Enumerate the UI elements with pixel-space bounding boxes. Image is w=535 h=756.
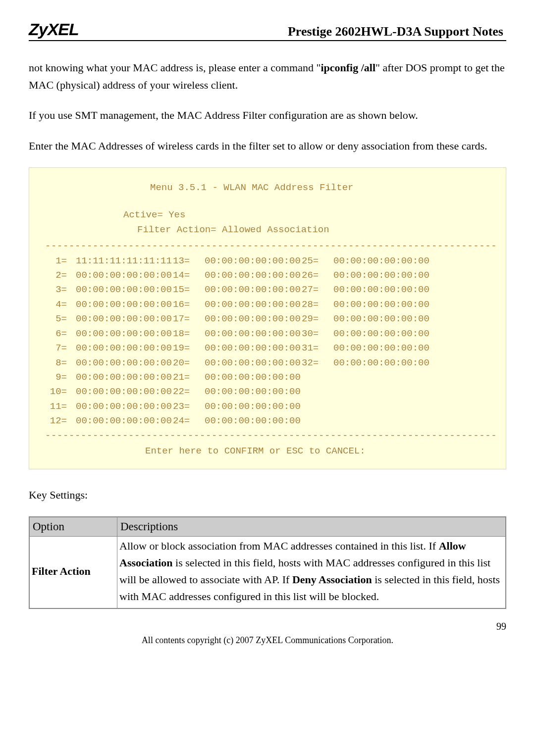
mac-address: 00:00:00:00:00:00 bbox=[76, 298, 173, 312]
terminal-divider: ----------------------------------------… bbox=[39, 239, 496, 253]
mac-index: 15= bbox=[173, 283, 205, 297]
terminal-mac-row: 6=00:00:00:00:00:0018=00:00:00:00:00:003… bbox=[39, 327, 496, 341]
mac-address bbox=[333, 385, 430, 399]
terminal-mac-rows: 1=11:11:11:11:11:1113=00:00:00:00:00:002… bbox=[39, 254, 496, 429]
mac-index bbox=[302, 400, 333, 414]
mac-index: 23= bbox=[173, 400, 205, 414]
mac-address: 00:00:00:00:00:00 bbox=[76, 312, 173, 326]
mac-index bbox=[302, 385, 333, 399]
mac-index: 7= bbox=[41, 341, 76, 355]
copyright-footer: All contents copyright (c) 2007 ZyXEL Co… bbox=[29, 635, 506, 646]
page-header: ZyXEL Prestige 2602HWL-D3A Support Notes bbox=[29, 20, 506, 41]
command-text: ipconfig /all bbox=[321, 61, 375, 74]
mac-address: 00:00:00:00:00:00 bbox=[76, 356, 173, 370]
mac-index: 26= bbox=[302, 268, 333, 283]
term-deny-association: Deny Association bbox=[292, 573, 372, 586]
mac-address: 00:00:00:00:00:00 bbox=[205, 327, 302, 341]
mac-index: 22= bbox=[173, 385, 205, 399]
terminal-divider: ----------------------------------------… bbox=[39, 429, 496, 443]
mac-index bbox=[302, 370, 333, 385]
mac-address: 00:00:00:00:00:00 bbox=[333, 327, 430, 341]
table-header-row: Option Descriptions bbox=[30, 517, 506, 536]
mac-address: 00:00:00:00:00:00 bbox=[333, 341, 430, 355]
terminal-mac-row: 7=00:00:00:00:00:0019=00:00:00:00:00:003… bbox=[39, 341, 496, 355]
mac-index: 27= bbox=[302, 283, 333, 297]
mac-address: 00:00:00:00:00:00 bbox=[76, 385, 173, 399]
page-number: 99 bbox=[29, 621, 506, 632]
mac-address: 00:00:00:00:00:00 bbox=[76, 414, 173, 428]
brand-logo: ZyXEL bbox=[29, 20, 79, 39]
mac-address: 00:00:00:00:00:00 bbox=[333, 268, 430, 283]
mac-index: 28= bbox=[302, 298, 333, 312]
mac-address: 00:00:00:00:00:00 bbox=[333, 312, 430, 326]
options-table: Option Descriptions Filter Action Allow … bbox=[29, 517, 506, 608]
col-option-header: Option bbox=[30, 517, 117, 536]
document-title: Prestige 2602HWL-D3A Support Notes bbox=[288, 24, 506, 39]
terminal-mac-row: 4=00:00:00:00:00:0016=00:00:00:00:00:002… bbox=[39, 298, 496, 312]
mac-index: 31= bbox=[302, 341, 333, 355]
mac-address: 00:00:00:00:00:00 bbox=[205, 356, 302, 370]
mac-address: 00:00:00:00:00:00 bbox=[333, 283, 430, 297]
mac-index: 25= bbox=[302, 254, 333, 268]
mac-index: 20= bbox=[173, 356, 205, 370]
option-name-cell: Filter Action bbox=[30, 536, 117, 608]
document-page: ZyXEL Prestige 2602HWL-D3A Support Notes… bbox=[0, 0, 535, 660]
mac-address: 00:00:00:00:00:00 bbox=[333, 254, 430, 268]
terminal-confirm-line: Enter here to CONFIRM or ESC to CANCEL: bbox=[39, 444, 496, 458]
mac-address: 00:00:00:00:00:00 bbox=[333, 356, 430, 370]
mac-index: 17= bbox=[173, 312, 205, 326]
mac-address: 00:00:00:00:00:00 bbox=[205, 414, 302, 428]
body-paragraph-2: If you use SMT management, the MAC Addre… bbox=[29, 106, 506, 124]
mac-index: 6= bbox=[41, 327, 76, 341]
options-table-wrap: Option Descriptions Filter Action Allow … bbox=[29, 516, 506, 609]
mac-address: 00:00:00:00:00:00 bbox=[76, 370, 173, 385]
mac-index: 8= bbox=[41, 356, 76, 370]
terminal-mac-row: 12=00:00:00:00:00:0024=00:00:00:00:00:00 bbox=[39, 414, 496, 428]
mac-address bbox=[333, 414, 430, 428]
terminal-mac-row: 8=00:00:00:00:00:0020=00:00:00:00:00:003… bbox=[39, 356, 496, 370]
mac-index: 9= bbox=[41, 370, 76, 385]
mac-index bbox=[302, 414, 333, 428]
mac-index: 32= bbox=[302, 356, 333, 370]
mac-index: 10= bbox=[41, 385, 76, 399]
mac-address bbox=[333, 400, 430, 414]
terminal-block: Menu 3.5.1 - WLAN MAC Address Filter Act… bbox=[29, 167, 506, 469]
mac-index: 2= bbox=[41, 268, 76, 283]
mac-address: 00:00:00:00:00:00 bbox=[205, 283, 302, 297]
body-paragraph-3: Enter the MAC Addresses of wireless card… bbox=[29, 137, 506, 154]
mac-address: 00:00:00:00:00:00 bbox=[205, 268, 302, 283]
mac-address: 00:00:00:00:00:00 bbox=[205, 254, 302, 268]
terminal-mac-row: 3=00:00:00:00:00:0015=00:00:00:00:00:002… bbox=[39, 283, 496, 297]
terminal-mac-row: 2=00:00:00:00:00:0014=00:00:00:00:00:002… bbox=[39, 268, 496, 283]
text: Allow or block association from MAC addr… bbox=[119, 540, 439, 552]
mac-address: 00:00:00:00:00:00 bbox=[205, 400, 302, 414]
terminal-mac-row: 11=00:00:00:00:00:0023=00:00:00:00:00:00 bbox=[39, 400, 496, 414]
mac-address: 00:00:00:00:00:00 bbox=[76, 327, 173, 341]
mac-address: 11:11:11:11:11:11 bbox=[76, 254, 173, 268]
col-descriptions-header: Descriptions bbox=[117, 517, 506, 536]
mac-address: 00:00:00:00:00:00 bbox=[205, 298, 302, 312]
mac-address: 00:00:00:00:00:00 bbox=[76, 268, 173, 283]
body-paragraph-1: not knowing what your MAC address is, pl… bbox=[29, 59, 506, 94]
mac-index: 4= bbox=[41, 298, 76, 312]
mac-index: 14= bbox=[173, 268, 205, 283]
mac-index: 24= bbox=[173, 414, 205, 428]
key-settings-heading: Key Settings: bbox=[29, 486, 506, 504]
mac-index: 19= bbox=[173, 341, 205, 355]
mac-index: 5= bbox=[41, 312, 76, 326]
mac-index: 12= bbox=[41, 414, 76, 428]
mac-index: 21= bbox=[173, 370, 205, 385]
mac-address: 00:00:00:00:00:00 bbox=[205, 341, 302, 355]
mac-address: 00:00:00:00:00:00 bbox=[333, 298, 430, 312]
mac-address: 00:00:00:00:00:00 bbox=[76, 283, 173, 297]
mac-index: 30= bbox=[302, 327, 333, 341]
terminal-filter-line: Filter Action= Allowed Association bbox=[39, 223, 496, 237]
mac-address: 00:00:00:00:00:00 bbox=[76, 400, 173, 414]
mac-address: 00:00:00:00:00:00 bbox=[205, 385, 302, 399]
mac-index: 11= bbox=[41, 400, 76, 414]
table-row: Filter Action Allow or block association… bbox=[30, 536, 506, 608]
terminal-title: Menu 3.5.1 - WLAN MAC Address Filter bbox=[39, 181, 496, 195]
mac-address bbox=[333, 370, 430, 385]
terminal-mac-row: 1=11:11:11:11:11:1113=00:00:00:00:00:002… bbox=[39, 254, 496, 268]
terminal-mac-row: 9=00:00:00:00:00:0021=00:00:00:00:00:00 bbox=[39, 370, 496, 385]
